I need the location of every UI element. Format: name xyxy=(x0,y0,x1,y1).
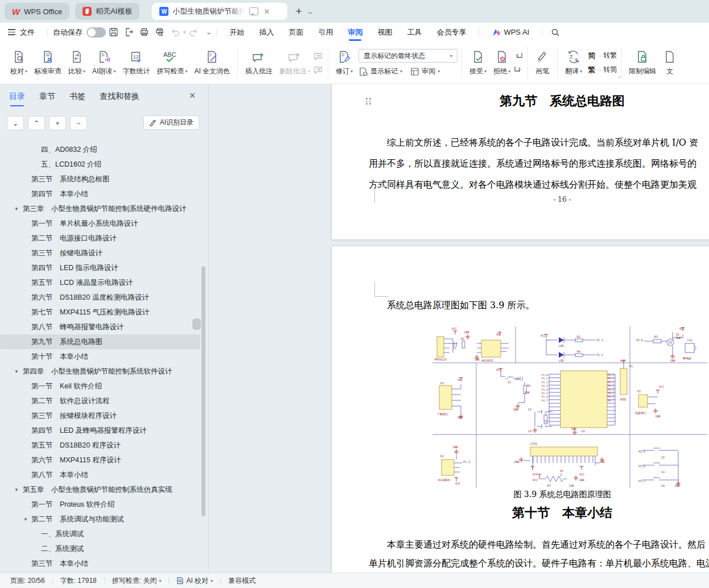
review-pane-button[interactable]: 审阅▾ xyxy=(410,67,440,76)
accept-revision-button[interactable]: 接受▾ xyxy=(466,49,490,76)
tab-document-active[interactable]: W 小型生物质锅炉节能控制系统 ✕ xyxy=(152,3,287,20)
print-preview-icon[interactable] xyxy=(152,26,167,39)
reject-revision-button[interactable]: 拒绝▾ xyxy=(490,49,514,76)
ai-polish-button[interactable]: AI 全文润色 xyxy=(191,49,233,76)
toc-item[interactable]: ▼第二节 系统调试与功能测试 xyxy=(0,512,200,527)
ink-brush-button[interactable]: 画笔 xyxy=(531,49,553,76)
next-revision-icon[interactable] xyxy=(514,65,523,74)
save-icon[interactable] xyxy=(106,26,121,39)
tab-bookmarks[interactable]: 书签 xyxy=(69,92,85,105)
show-markup-button[interactable]: 显示标记▾ xyxy=(358,67,402,76)
svg-text:VCC: VCC xyxy=(533,478,538,482)
restrict-edit-button[interactable]: 限制编辑 xyxy=(625,49,659,76)
word-count-button[interactable]: 12 字数统计 xyxy=(119,49,153,76)
toc-item[interactable]: 第八节 本章小结 xyxy=(0,467,200,482)
menu-home[interactable]: 开始 xyxy=(222,23,252,42)
circuit-diagram-figure[interactable]: P1.0P1.1P1.2P1.3P1.4P1.5P1.6P1.7P0.0P0.1… xyxy=(432,326,707,488)
ai-read-button[interactable]: AI朗读▾ xyxy=(89,49,119,76)
toc-item[interactable]: 第一节 Keil 软件介绍 xyxy=(0,379,200,394)
toc-item[interactable]: 五、LCD1602 介绍 xyxy=(0,157,200,172)
wps-logo-icon: W xyxy=(12,7,20,16)
ai-recognize-toc-button[interactable]: AI识别目录 xyxy=(143,115,199,130)
menu-view[interactable]: 视图 xyxy=(370,23,399,42)
document-page-16[interactable]: 第九节 系统总电路图 综上前文所述，已经将系统的各个子电路设计完成。当前系统对单… xyxy=(331,84,709,240)
toc-item[interactable]: 第四节 LED 指示电路设计 xyxy=(0,260,200,275)
toc-item[interactable]: 第六节 MXP4115 程序设计 xyxy=(0,453,200,467)
toc-item[interactable]: 第十节 本章小结 xyxy=(0,349,200,364)
markup-state-select[interactable]: 显示标记的最终状态▾ xyxy=(358,49,457,63)
toc-expand-button[interactable]: + xyxy=(49,116,66,130)
toc-collapse-button[interactable]: − xyxy=(70,116,87,130)
toc-item[interactable]: 第二节 电源接口电路设计 xyxy=(0,231,200,246)
toc-item[interactable]: 第三节 按键模块程序设计 xyxy=(0,408,200,423)
toc-item[interactable]: 第三节 系统结构总框图 xyxy=(0,172,200,187)
clipped-ribbon-button[interactable]: 文 xyxy=(659,49,680,76)
sidebar-close-icon[interactable]: ✕ xyxy=(189,91,196,100)
menu-page[interactable]: 页面 xyxy=(281,23,311,42)
toc-item[interactable]: 二、系统测试 xyxy=(0,541,200,556)
toc-item[interactable]: 第六节 DS18B20 温度检测电路设计 xyxy=(0,290,200,305)
print-icon[interactable] xyxy=(137,26,152,39)
toc-item[interactable]: 四、AD0832 介绍 xyxy=(0,142,200,157)
compare-button[interactable]: 比较▾ xyxy=(65,49,89,76)
toc-item[interactable]: ▼第三章 小型生物质锅炉节能控制系统硬件电路设计 xyxy=(0,201,200,216)
simplified-to-traditional-button[interactable]: 简→ 转繁 xyxy=(588,51,617,61)
toc-item[interactable]: ▼第四章 小型生物质锅炉节能控制系统软件设计 xyxy=(0,364,200,379)
file-menu[interactable]: 文件 xyxy=(19,23,42,42)
tab-wps-home[interactable]: W WPS Office xyxy=(5,3,69,20)
toc-item[interactable]: 第一节 Proteus 软件介绍 xyxy=(0,497,200,512)
toc-item[interactable]: 第五节 LCD 液晶显示电路设计 xyxy=(0,275,200,290)
translate-button[interactable]: 文A 翻译▾ xyxy=(562,49,586,76)
document-canvas[interactable]: 第九节 系统总电路图 综上前文所述，已经将系统的各个子电路设计完成。当前系统对单… xyxy=(209,84,709,573)
document-page-17[interactable]: 系统总电路原理图如下图 3.9 所示。 xyxy=(331,246,709,573)
toc-next-button[interactable]: ⌄ xyxy=(7,116,24,130)
export-pdf-icon[interactable] xyxy=(121,26,137,39)
spell-check-button[interactable]: ABC 拼写检查▾ xyxy=(153,49,191,76)
toc-previous-button[interactable]: ⌃ xyxy=(28,116,45,130)
toc-item[interactable]: 第五节 DS18B20 程序设计 xyxy=(0,438,200,453)
svg-text:VO: VO xyxy=(560,469,563,473)
toc-item[interactable]: 一、系统调试 xyxy=(0,527,200,541)
previous-revision-icon[interactable] xyxy=(514,51,523,60)
tab-list-chevron-icon[interactable]: ⌄ xyxy=(307,9,314,15)
standard-review-button[interactable]: 标准审查 xyxy=(31,49,65,76)
tab-docer[interactable]: 稻壳AI模板 xyxy=(75,3,139,20)
proofread-button[interactable]: 校对▾ xyxy=(7,49,31,76)
toc-item[interactable]: 第一节 单片机最小系统电路设计 xyxy=(0,216,200,231)
tab-find-replace[interactable]: 查找和替换 xyxy=(100,92,139,105)
toc-item[interactable]: 第九节 系统总电路图 xyxy=(0,334,200,349)
insert-comment-button[interactable]: 插入批注 xyxy=(242,49,276,76)
close-tab-icon[interactable]: ✕ xyxy=(263,7,270,16)
quick-toolbar-chevron-icon[interactable]: ⌄ xyxy=(205,29,212,35)
menu-wps-ai[interactable]: WPS AI xyxy=(484,23,537,42)
tab-contents[interactable]: 目录 xyxy=(9,92,25,105)
toc-item[interactable]: 第三节 本章小结 xyxy=(0,556,200,571)
word-count-indicator[interactable]: 字数: 17918 xyxy=(60,576,97,586)
new-tab-button[interactable]: + xyxy=(295,5,302,18)
track-changes-button[interactable]: 修订▾ xyxy=(332,49,356,76)
traditional-to-simplified-button[interactable]: 繁→ 转简 xyxy=(588,65,617,75)
tab-chapters[interactable]: 章节 xyxy=(39,92,55,105)
spellcheck-status[interactable]: 拼写检查: 关闭▾ xyxy=(112,576,162,586)
menu-member[interactable]: 会员专享 xyxy=(429,23,473,42)
sidebar-scrollbar[interactable] xyxy=(201,266,205,516)
dialog-launcher-icon[interactable]: ⌟ xyxy=(618,73,620,78)
toc-item[interactable]: ▼第五章 小型生物质锅炉节能控制系统仿真实现 xyxy=(0,482,200,497)
ai-proofread-status[interactable]: AI 校对▾ xyxy=(176,576,213,586)
menu-reference[interactable]: 引用 xyxy=(311,23,340,42)
search-icon[interactable] xyxy=(547,26,563,39)
toc-item[interactable]: 第四节 LED 及蜂鸣器报警程序设计 xyxy=(0,423,200,438)
autosave-toggle[interactable] xyxy=(86,27,106,38)
menu-tools[interactable]: 工具 xyxy=(399,23,429,42)
toc-item[interactable]: 第二节 软件总设计流程 xyxy=(0,394,200,408)
toc-item[interactable]: 第七节 MXP4115 气压检测电路设计 xyxy=(0,305,200,320)
toc-item[interactable]: 第三节 按键电路设计 xyxy=(0,246,200,260)
menu-insert[interactable]: 插入 xyxy=(252,23,281,42)
menu-review[interactable]: 审阅 xyxy=(340,23,370,42)
svg-text:LED: LED xyxy=(559,359,564,362)
comment-bubble-icon[interactable] xyxy=(249,7,258,15)
toc-item[interactable]: 第八节 蜂鸣器报警电路设计 xyxy=(0,320,200,334)
toc-item[interactable]: 第四节 本章小结 xyxy=(0,187,200,201)
revision-nav-stack[interactable] xyxy=(514,51,523,74)
pane-resize-handle[interactable] xyxy=(192,318,201,330)
